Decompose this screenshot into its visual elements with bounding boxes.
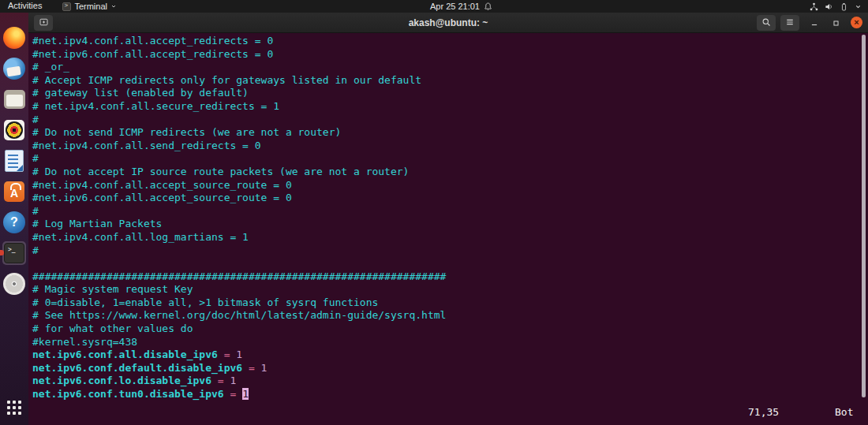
terminal-line: # for what other values do: [32, 322, 859, 336]
terminal-line: #: [32, 114, 859, 127]
terminal-line: #net.ipv4.conf.all.send_redirects = 0: [32, 140, 859, 153]
terminal-line: # net.ipv4.conf.all.secure_redirects = 1: [32, 100, 859, 114]
window-title: akash@ubuntu: ~: [409, 17, 488, 28]
app-menu-label: Terminal: [74, 2, 107, 11]
dock-item-files[interactable]: [2, 88, 26, 111]
network-icon: [810, 2, 818, 11]
terminal-line: # Accept ICMP redirects only for gateway…: [32, 74, 859, 88]
dock-item-help[interactable]: [2, 211, 26, 234]
dock: [0, 13, 28, 425]
minimize-icon: [810, 16, 818, 30]
new-tab-button[interactable]: [34, 15, 53, 31]
terminal-line: #kernel.sysrq=438: [32, 336, 859, 349]
search-icon: [761, 16, 771, 30]
terminal-line: # Magic system request Key: [32, 283, 859, 296]
libreoffice-writer-icon: [5, 150, 24, 172]
terminal-line: # gateway list (enabled by default): [32, 87, 859, 100]
minimize-button[interactable]: [808, 17, 821, 29]
terminal-line: # See https://www.kernel.org/doc/html/la…: [32, 309, 859, 322]
ubuntu-software-icon: [4, 181, 24, 202]
terminal-headerbar: akash@ubuntu: ~: [28, 13, 868, 33]
dock-item-terminal[interactable]: [2, 241, 26, 265]
clock-button[interactable]: Apr 25 21:01: [430, 0, 492, 13]
terminal-line: #: [32, 152, 859, 166]
close-button[interactable]: ×: [851, 17, 862, 28]
terminal-line: #net.ipv4.conf.all.accept_source_route =…: [32, 179, 859, 192]
terminal-line: net.ipv6.conf.tun0.disable_ipv6 = 1: [32, 388, 859, 401]
files-icon: [4, 90, 25, 109]
terminal-line: #net.ipv6.conf.all.accept_redirects = 0: [32, 48, 859, 62]
terminal-line: ########################################…: [32, 270, 859, 284]
terminal-line: #: [32, 244, 859, 258]
menu-button[interactable]: [780, 15, 799, 31]
activities-button[interactable]: Activities: [0, 0, 50, 13]
rhythmbox-icon: [4, 120, 24, 140]
terminal-line: [32, 257, 859, 270]
terminal-line: net.ipv6.conf.default.disable_ipv6 = 1: [32, 362, 859, 375]
terminal-line: #net.ipv4.conf.all.log_martians = 1: [32, 231, 859, 244]
maximize-button[interactable]: [829, 17, 842, 29]
system-status-area[interactable]: [810, 0, 868, 13]
volume-icon: [825, 2, 833, 11]
terminal-icon: [4, 243, 24, 263]
terminal-window: akash@ubuntu: ~: [28, 13, 868, 425]
dock-item-libreoffice-writer[interactable]: [2, 149, 26, 173]
vim-ruler-scroll: Bot: [835, 406, 853, 419]
help-icon: [3, 211, 25, 233]
dock-item-ubuntu-software[interactable]: [2, 180, 26, 203]
terminal-scrollbar[interactable]: [862, 35, 866, 397]
show-applications-icon: [7, 401, 10, 404]
terminal-line: net.ipv6.conf.lo.disable_ipv6 = 1: [32, 375, 859, 388]
dock-item-firefox[interactable]: [2, 26, 26, 50]
terminal-line: # Do not accept IP source route packets …: [32, 166, 859, 179]
close-icon: ×: [854, 18, 859, 27]
terminal-line: #: [32, 205, 859, 218]
thunderbird-icon: [3, 58, 25, 80]
terminal-line: # _or_: [32, 61, 859, 74]
terminal-line: # Log Martian Packets: [32, 218, 859, 231]
vim-ruler-position: 71,35: [748, 406, 779, 419]
chevron-down-icon: [110, 3, 117, 9]
clock-label: Apr 25 21:01: [430, 2, 480, 11]
terminal-line: #net.ipv4.conf.all.accept_redirects = 0: [32, 35, 859, 48]
chevron-down-icon: [855, 3, 862, 10]
maximize-icon: [832, 16, 840, 30]
firefox-icon: [3, 27, 25, 49]
desktop: Activities Terminal Apr 25 21:01: [0, 0, 868, 425]
show-applications-button[interactable]: [2, 396, 26, 419]
app-menu-terminal[interactable]: Terminal: [62, 0, 117, 13]
terminal-line: #net.ipv6.conf.all.accept_source_route =…: [32, 192, 859, 205]
terminal-line: # Do not send ICMP redirects (we are not…: [32, 126, 859, 140]
terminal-app-icon: [62, 2, 71, 11]
search-button[interactable]: [757, 15, 776, 31]
battery-icon: [840, 2, 848, 11]
terminal-line: # 0=disable, 1=enable all, >1 bitmask of…: [32, 296, 859, 310]
dock-item-rhythmbox[interactable]: [2, 118, 26, 142]
new-tab-icon: [39, 16, 49, 30]
top-bar: Activities Terminal Apr 25 21:01: [0, 0, 868, 13]
hamburger-menu-icon: [785, 16, 795, 30]
notification-bell-icon: [484, 2, 492, 11]
terminal-text: #net.ipv4.conf.all.accept_redirects = 0#…: [32, 35, 859, 401]
terminal-content[interactable]: #net.ipv4.conf.all.accept_redirects = 0#…: [28, 33, 868, 425]
dock-item-thunderbird[interactable]: [2, 57, 26, 80]
terminal-line: net.ipv6.conf.all.disable_ipv6 = 1: [32, 349, 859, 362]
dock-item-disk[interactable]: [2, 272, 26, 296]
disk-icon: [3, 273, 25, 295]
